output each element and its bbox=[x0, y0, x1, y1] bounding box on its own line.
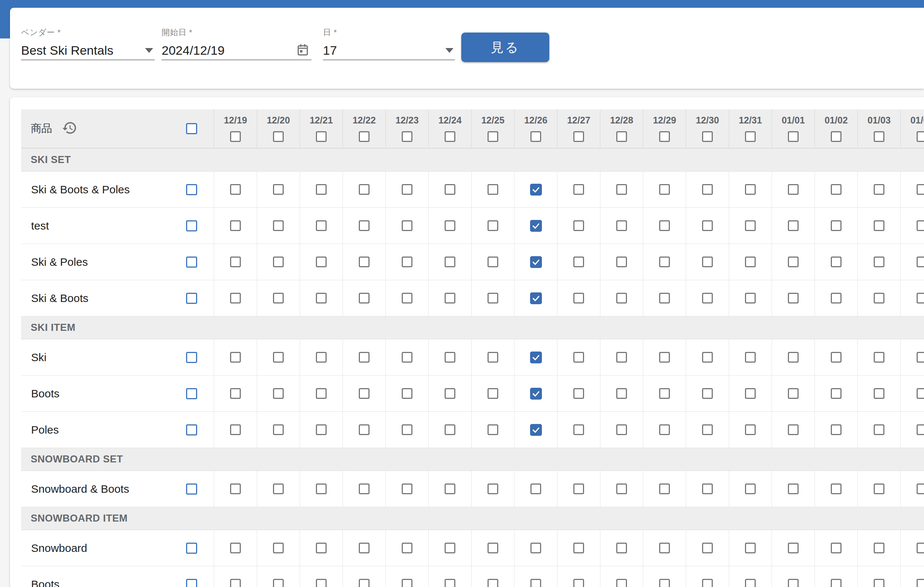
availability-checkbox[interactable] bbox=[659, 424, 670, 435]
availability-checkbox[interactable] bbox=[316, 543, 327, 553]
availability-checkbox[interactable] bbox=[659, 388, 670, 399]
availability-checkbox[interactable] bbox=[745, 293, 756, 304]
date-column-checkbox[interactable] bbox=[831, 131, 842, 142]
availability-checkbox[interactable] bbox=[831, 184, 842, 195]
date-column-checkbox[interactable] bbox=[359, 131, 370, 142]
availability-checkbox[interactable] bbox=[273, 184, 284, 195]
availability-checkbox[interactable] bbox=[573, 184, 584, 195]
availability-checkbox[interactable] bbox=[402, 579, 412, 587]
availability-checkbox[interactable] bbox=[831, 293, 842, 304]
availability-checkbox[interactable] bbox=[402, 220, 412, 231]
availability-checkbox[interactable] bbox=[659, 579, 670, 587]
availability-checkbox[interactable] bbox=[745, 220, 756, 231]
availability-checkbox[interactable] bbox=[788, 483, 799, 494]
availability-checkbox[interactable] bbox=[402, 257, 412, 267]
product-select-checkbox[interactable] bbox=[186, 257, 197, 268]
availability-checkbox[interactable] bbox=[831, 352, 842, 363]
availability-checkbox[interactable] bbox=[616, 483, 627, 494]
availability-checkbox[interactable] bbox=[488, 388, 498, 399]
availability-checkbox[interactable] bbox=[359, 184, 370, 195]
availability-checkbox[interactable] bbox=[230, 388, 241, 399]
availability-checkbox[interactable] bbox=[488, 543, 498, 553]
availability-checkbox[interactable] bbox=[659, 293, 670, 304]
availability-checkbox[interactable] bbox=[874, 483, 884, 494]
availability-checkbox[interactable] bbox=[573, 579, 584, 587]
availability-checkbox[interactable] bbox=[273, 220, 284, 231]
availability-checkbox[interactable] bbox=[831, 257, 842, 267]
product-select-checkbox[interactable] bbox=[186, 220, 197, 232]
start-date-input[interactable]: 開始日 * 2024/12/19 bbox=[162, 28, 312, 60]
availability-checkbox[interactable] bbox=[530, 388, 542, 400]
availability-checkbox[interactable] bbox=[488, 184, 498, 195]
availability-checkbox[interactable] bbox=[230, 184, 241, 195]
availability-checkbox[interactable] bbox=[530, 483, 541, 494]
date-column-checkbox[interactable] bbox=[488, 131, 498, 142]
availability-checkbox[interactable] bbox=[230, 220, 241, 231]
availability-checkbox[interactable] bbox=[488, 483, 498, 494]
availability-checkbox[interactable] bbox=[616, 579, 627, 587]
availability-checkbox[interactable] bbox=[917, 579, 924, 587]
availability-checkbox[interactable] bbox=[831, 220, 842, 231]
availability-checkbox[interactable] bbox=[616, 220, 627, 231]
availability-checkbox[interactable] bbox=[702, 424, 713, 435]
availability-checkbox[interactable] bbox=[659, 257, 670, 267]
availability-checkbox[interactable] bbox=[488, 293, 498, 304]
product-select-checkbox[interactable] bbox=[186, 184, 197, 195]
availability-checkbox[interactable] bbox=[488, 352, 498, 363]
availability-checkbox[interactable] bbox=[273, 352, 284, 363]
availability-checkbox[interactable] bbox=[616, 293, 627, 304]
date-column-checkbox[interactable] bbox=[788, 131, 799, 142]
availability-checkbox[interactable] bbox=[616, 424, 627, 435]
availability-checkbox[interactable] bbox=[316, 257, 327, 267]
availability-checkbox[interactable] bbox=[316, 424, 327, 435]
availability-checkbox[interactable] bbox=[530, 424, 542, 436]
availability-checkbox[interactable] bbox=[445, 543, 455, 553]
availability-checkbox[interactable] bbox=[831, 424, 842, 435]
availability-checkbox[interactable] bbox=[273, 424, 284, 435]
availability-checkbox[interactable] bbox=[874, 293, 884, 304]
availability-checkbox[interactable] bbox=[702, 293, 713, 304]
availability-checkbox[interactable] bbox=[659, 352, 670, 363]
availability-checkbox[interactable] bbox=[316, 220, 327, 231]
availability-checkbox[interactable] bbox=[359, 543, 370, 553]
availability-checkbox[interactable] bbox=[659, 184, 670, 195]
availability-checkbox[interactable] bbox=[230, 352, 241, 363]
availability-checkbox[interactable] bbox=[402, 352, 412, 363]
availability-checkbox[interactable] bbox=[874, 220, 884, 231]
availability-checkbox[interactable] bbox=[917, 388, 924, 399]
availability-checkbox[interactable] bbox=[702, 257, 713, 267]
availability-checkbox[interactable] bbox=[616, 352, 627, 363]
availability-checkbox[interactable] bbox=[874, 352, 884, 363]
select-all-checkbox[interactable] bbox=[186, 123, 197, 134]
availability-checkbox[interactable] bbox=[573, 424, 584, 435]
availability-checkbox[interactable] bbox=[445, 483, 455, 494]
availability-checkbox[interactable] bbox=[488, 257, 498, 267]
availability-checkbox[interactable] bbox=[917, 184, 924, 195]
availability-checkbox[interactable] bbox=[874, 184, 884, 195]
date-column-checkbox[interactable] bbox=[445, 131, 455, 142]
availability-checkbox[interactable] bbox=[445, 257, 455, 267]
availability-checkbox[interactable] bbox=[316, 293, 327, 304]
availability-checkbox[interactable] bbox=[831, 388, 842, 399]
availability-checkbox[interactable] bbox=[445, 388, 455, 399]
availability-checkbox[interactable] bbox=[273, 293, 284, 304]
availability-checkbox[interactable] bbox=[359, 257, 370, 267]
availability-checkbox[interactable] bbox=[616, 257, 627, 267]
availability-checkbox[interactable] bbox=[445, 184, 455, 195]
availability-checkbox[interactable] bbox=[702, 220, 713, 231]
availability-checkbox[interactable] bbox=[659, 543, 670, 553]
availability-checkbox[interactable] bbox=[788, 184, 799, 195]
availability-checkbox[interactable] bbox=[230, 543, 241, 553]
availability-checkbox[interactable] bbox=[659, 220, 670, 231]
availability-checkbox[interactable] bbox=[445, 424, 455, 435]
availability-checkbox[interactable] bbox=[573, 293, 584, 304]
availability-checkbox[interactable] bbox=[230, 483, 241, 494]
availability-checkbox[interactable] bbox=[230, 424, 241, 435]
availability-checkbox[interactable] bbox=[874, 424, 884, 435]
availability-checkbox[interactable] bbox=[917, 543, 924, 553]
availability-checkbox[interactable] bbox=[530, 220, 542, 232]
availability-checkbox[interactable] bbox=[530, 352, 542, 363]
availability-checkbox[interactable] bbox=[788, 257, 799, 267]
availability-checkbox[interactable] bbox=[702, 483, 713, 494]
date-column-checkbox[interactable] bbox=[402, 131, 412, 142]
